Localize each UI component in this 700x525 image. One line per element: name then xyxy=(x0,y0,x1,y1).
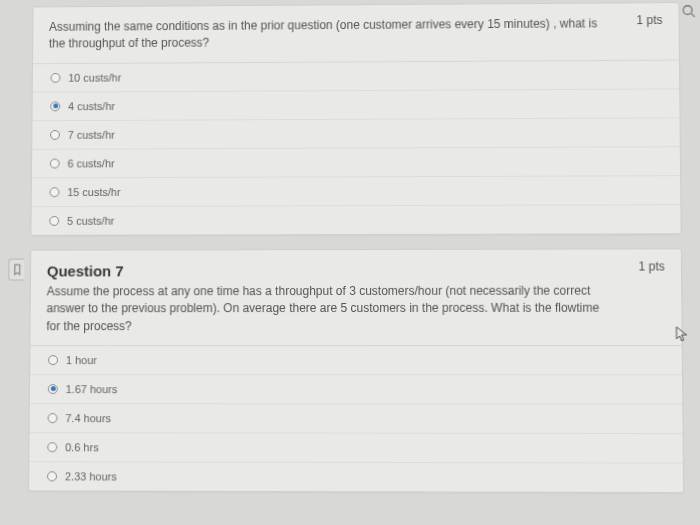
answer-option[interactable]: 4 custs/hr xyxy=(32,89,679,121)
option-label: 7 custs/hr xyxy=(68,129,115,141)
question-title: Question 7 xyxy=(47,261,665,279)
answer-option[interactable]: 7 custs/hr xyxy=(32,118,680,150)
option-label: 2.33 hours xyxy=(65,470,117,482)
option-label: 7.4 hours xyxy=(65,412,111,424)
option-label: 0.6 hrs xyxy=(65,441,99,453)
collapse-tab[interactable] xyxy=(8,259,24,281)
option-label: 15 custs/hr xyxy=(67,186,120,198)
answer-option[interactable]: 1 hour xyxy=(30,346,682,375)
svg-line-1 xyxy=(691,13,695,16)
radio-icon[interactable] xyxy=(50,130,60,140)
options-list: 10 custs/hr4 custs/hr7 custs/hr6 custs/h… xyxy=(31,60,680,234)
radio-icon[interactable] xyxy=(47,442,57,452)
option-label: 1.67 hours xyxy=(66,383,118,395)
question-text: Assuming the same conditions as in the p… xyxy=(49,15,605,53)
radio-icon[interactable] xyxy=(50,158,60,168)
question-card-7: Question 7 1 pts Assume the process at a… xyxy=(28,248,684,493)
radio-icon[interactable] xyxy=(50,101,60,111)
radio-icon[interactable] xyxy=(48,384,58,394)
points-label: 1 pts xyxy=(638,259,664,273)
question-text: Assume the process at any one time has a… xyxy=(46,282,606,335)
answer-option[interactable]: 0.6 hrs xyxy=(29,433,683,463)
points-label: 1 pts xyxy=(636,13,662,27)
answer-option[interactable]: 2.33 hours xyxy=(29,462,683,492)
answer-option[interactable]: 6 custs/hr xyxy=(32,147,680,178)
radio-icon[interactable] xyxy=(48,413,58,423)
option-label: 10 custs/hr xyxy=(68,71,121,83)
option-label: 1 hour xyxy=(66,354,97,366)
question-card-6: 1 pts Assuming the same conditions as in… xyxy=(30,2,681,236)
bookmark-icon xyxy=(12,264,22,276)
answer-option[interactable]: 1.67 hours xyxy=(30,375,682,405)
option-label: 4 custs/hr xyxy=(68,100,115,112)
radio-icon[interactable] xyxy=(51,73,61,83)
radio-icon[interactable] xyxy=(49,216,59,226)
option-label: 6 custs/hr xyxy=(68,157,115,169)
answer-option[interactable]: 5 custs/hr xyxy=(31,205,680,235)
radio-icon[interactable] xyxy=(47,471,57,481)
answer-option[interactable]: 15 custs/hr xyxy=(32,176,681,207)
radio-icon[interactable] xyxy=(50,187,60,197)
options-list: 1 hour1.67 hours7.4 hours0.6 hrs2.33 hou… xyxy=(29,346,683,492)
option-label: 5 custs/hr xyxy=(67,215,114,227)
answer-option[interactable]: 10 custs/hr xyxy=(33,60,679,92)
answer-option[interactable]: 7.4 hours xyxy=(30,404,683,434)
svg-point-0 xyxy=(683,6,692,15)
radio-icon[interactable] xyxy=(48,355,58,365)
search-icon[interactable] xyxy=(681,4,695,18)
